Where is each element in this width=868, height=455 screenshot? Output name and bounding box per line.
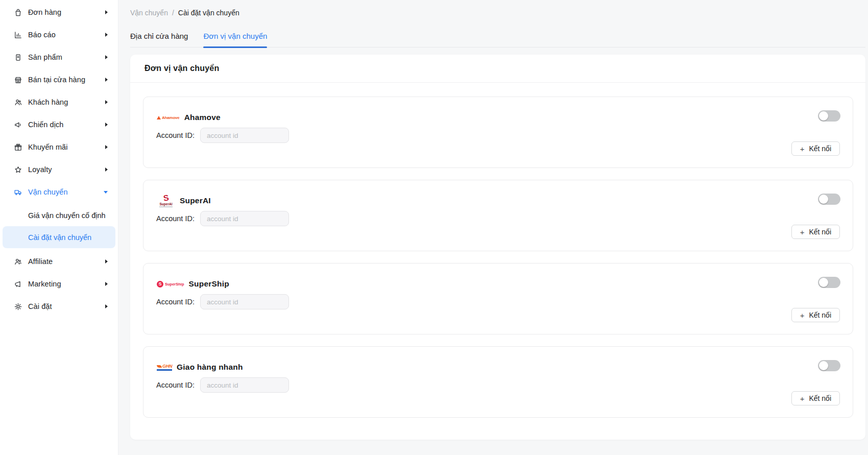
sidebar-item-loyalty[interactable]: Loyalty: [0, 158, 118, 181]
breadcrumb-separator: /: [172, 9, 174, 17]
provider-card-supership: S SuperShip SuperShip Account ID: + Kết …: [143, 263, 853, 334]
toggle-knob: [819, 278, 828, 287]
account-id-label: Account ID:: [156, 131, 200, 139]
account-id-label: Account ID:: [156, 214, 200, 223]
provider-enable-toggle[interactable]: [818, 360, 840, 371]
provider-title-row: GHN Giao hàng nhanh: [157, 359, 243, 375]
provider-title-row: S SuperAI SuperAI: [157, 193, 211, 209]
plus-icon: +: [800, 395, 805, 402]
account-row: Account ID:: [156, 377, 289, 393]
chevron-right-icon: [105, 282, 108, 286]
sidebar-item-orders[interactable]: Đơn hàng: [0, 1, 118, 23]
provider-enable-toggle[interactable]: [818, 194, 840, 205]
sidebar-item-settings[interactable]: Cài đặt: [0, 295, 118, 318]
connect-button[interactable]: + Kết nối: [791, 225, 840, 239]
provider-title-row: S SuperShip SuperShip: [157, 276, 229, 292]
account-id-input[interactable]: [200, 128, 289, 143]
plus-icon: +: [800, 312, 805, 319]
sidebar-item-promotions[interactable]: Khuyến mãi: [0, 136, 118, 158]
provider-title-row: Ahamove Ahamove: [157, 109, 221, 126]
sidebar-item-label: Loyalty: [28, 165, 105, 174]
provider-name: Ahamove: [184, 113, 221, 122]
connect-button[interactable]: + Kết nối: [791, 141, 840, 156]
star-icon: [14, 165, 22, 174]
account-id-label: Account ID:: [156, 381, 200, 389]
provider-card-ghn: GHN Giao hàng nhanh Account ID: + Kết nố…: [143, 346, 853, 418]
sidebar-item-label: Báo cáo: [28, 31, 105, 39]
provider-enable-toggle[interactable]: [818, 110, 840, 122]
ahamove-mark-icon: [157, 116, 161, 119]
sidebar-item-marketing[interactable]: Marketing: [0, 273, 118, 295]
account-id-input[interactable]: [200, 377, 289, 393]
breadcrumb: Vận chuyển / Cài đặt vận chuyển: [130, 0, 865, 18]
chevron-right-icon: [105, 100, 108, 104]
sidebar-item-customers[interactable]: Khách hàng: [0, 91, 118, 113]
tab-shipping-providers[interactable]: Đơn vị vận chuyển: [203, 32, 267, 47]
store-icon: [14, 76, 22, 84]
ghn-swoosh-icon: [157, 365, 162, 368]
sidebar-item-label: Khuyến mãi: [28, 143, 105, 151]
superai-logo-icon: S SuperAI: [157, 194, 175, 207]
campaign-icon: [14, 121, 22, 129]
affiliate-icon: [14, 257, 22, 266]
connect-button[interactable]: + Kết nối: [791, 391, 840, 405]
account-row: Account ID:: [156, 128, 289, 143]
sidebar-item-products[interactable]: Sản phẩm: [0, 46, 118, 68]
toggle-knob: [819, 361, 828, 370]
bag-icon: [14, 8, 22, 17]
sidebar-subitem-shipping-settings[interactable]: Cài đặt vận chuyển: [3, 226, 115, 248]
sidebar-item-label: Đơn hàng: [28, 8, 105, 16]
chevron-right-icon: [105, 55, 108, 59]
sidebar: Đơn hàng Báo cáo Sản phẩm Bán tại cửa hà…: [0, 0, 118, 455]
gear-icon: [14, 302, 22, 311]
connect-button-label: Kết nối: [809, 228, 831, 236]
plus-icon: +: [800, 145, 805, 153]
chevron-right-icon: [105, 145, 108, 149]
sidebar-item-reports[interactable]: Báo cáo: [0, 23, 118, 46]
connect-button[interactable]: + Kết nối: [791, 308, 840, 322]
toggle-knob: [819, 111, 828, 121]
plus-icon: +: [800, 228, 805, 236]
breadcrumb-current: Cài đặt vận chuyển: [178, 9, 239, 17]
chevron-down-icon: [104, 191, 108, 194]
sidebar-item-label: Affiliate: [28, 257, 105, 266]
sidebar-item-label: Khách hàng: [28, 98, 105, 106]
account-row: Account ID:: [156, 294, 289, 309]
panel-title: Đơn vị vận chuyển: [144, 64, 219, 73]
provider-enable-toggle[interactable]: [818, 277, 840, 288]
chevron-right-icon: [105, 167, 108, 172]
tab-store-address[interactable]: Địa chỉ cửa hàng: [130, 32, 188, 47]
main-content: Vận chuyển / Cài đặt vận chuyển Địa chỉ …: [118, 0, 868, 455]
sidebar-item-label: Cài đặt: [28, 302, 105, 310]
account-id-label: Account ID:: [156, 298, 200, 306]
connect-button-label: Kết nối: [809, 311, 831, 319]
sidebar-item-label: Marketing: [28, 280, 105, 288]
sidebar-item-label: Vận chuyển: [28, 188, 104, 196]
sidebar-item-affiliate[interactable]: Affiliate: [0, 250, 118, 273]
provider-card-superai: S SuperAI SuperAI Account ID: + Kết nối: [143, 180, 853, 251]
sidebar-item-campaigns[interactable]: Chiến dịch: [0, 113, 118, 136]
sidebar-subitem-fixed-shipping-price[interactable]: Giá vận chuyển cố định: [3, 204, 115, 226]
shipping-submenu: Giá vận chuyển cố định Cài đặt vận chuyể…: [0, 203, 118, 250]
breadcrumb-parent[interactable]: Vận chuyển: [130, 9, 168, 17]
sidebar-subitem-label: Giá vận chuyển cố định: [28, 211, 106, 220]
product-icon: [14, 53, 22, 62]
panel-body: Ahamove Ahamove Account ID: + Kết nối: [130, 83, 865, 418]
sidebar-item-shipping[interactable]: Vận chuyển: [0, 181, 118, 203]
sidebar-item-label: Bán tại cửa hàng: [28, 76, 105, 84]
ghn-logo-icon: GHN: [157, 364, 172, 371]
account-id-input[interactable]: [200, 211, 289, 226]
tab-bar: Địa chỉ cửa hàng Đơn vị vận chuyển: [130, 32, 865, 47]
provider-name: SuperAI: [180, 196, 211, 205]
chevron-right-icon: [105, 78, 108, 82]
chevron-right-icon: [105, 10, 108, 14]
customers-icon: [14, 98, 22, 107]
sidebar-item-pos[interactable]: Bán tại cửa hàng: [0, 68, 118, 91]
shipping-providers-panel: Đơn vị vận chuyển Ahamove Ahamove Accoun…: [130, 55, 865, 440]
truck-icon: [14, 188, 22, 197]
chevron-right-icon: [105, 304, 108, 308]
provider-name: SuperShip: [189, 279, 229, 289]
account-id-input[interactable]: [200, 294, 289, 309]
provider-name: Giao hàng nhanh: [177, 363, 243, 372]
connect-button-label: Kết nối: [809, 145, 831, 153]
